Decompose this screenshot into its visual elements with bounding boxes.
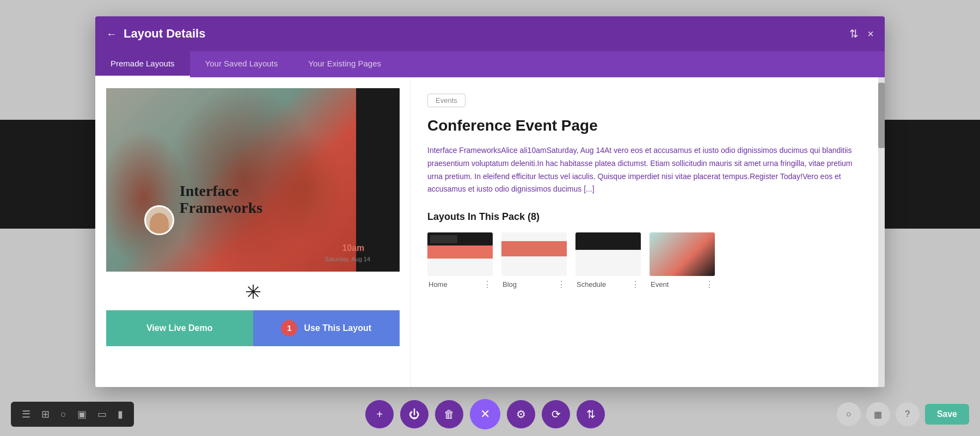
thumb-schedule-label: Schedule [577,280,606,288]
history-button[interactable]: ⟳ [542,400,570,428]
preview-avatar [144,205,174,235]
back-icon[interactable]: ← [106,28,117,40]
preview-image: Interface Frameworks 10am Saturday, Aug … [106,88,400,272]
settings-button[interactable]: ⚙ [507,400,535,428]
mobile-icon[interactable]: ▮ [114,407,126,421]
category-badge: Events [427,94,465,107]
sort-button[interactable]: ⇅ [577,400,605,428]
preview-time: 10am [342,243,364,253]
layout-thumb-schedule: Schedule ⋮ [575,232,641,290]
preview-bg: Interface Frameworks 10am Saturday, Aug … [106,88,400,272]
detail-description: Interface FrameworksAlice ali10amSaturda… [427,144,868,196]
desktop-icon[interactable]: ▣ [74,407,90,421]
thumb-home-img[interactable] [427,232,493,276]
layout-thumb-home: Home ⋮ [427,232,493,290]
thumb-blog-label-row: Blog ⋮ [501,279,567,290]
thumb-blog-label: Blog [503,280,517,288]
thumb-event-label-row: Event ⋮ [650,279,715,290]
thumb-schedule-label-row: Schedule ⋮ [575,279,641,290]
layout-thumb-blog: Blog ⋮ [501,232,567,290]
toolbar-right: ○ ▦ ? Save [837,402,969,426]
modal-header-actions: ⇅ × [849,27,874,40]
layouts-pack-title: Layouts In This Pack (8) [427,211,868,223]
toolbar-center: + ⏻ 🗑 ✕ ⚙ ⟳ ⇅ [365,399,605,429]
help-button[interactable]: ? [896,402,920,426]
use-this-layout-button[interactable]: 1 Use This Layout [253,310,400,346]
use-layout-label: Use This Layout [304,323,371,333]
power-button[interactable]: ⏻ [400,400,428,428]
tab-premade-layouts[interactable]: Premade Layouts [95,51,190,77]
thumb-blog-menu[interactable]: ⋮ [557,279,566,290]
preview-panel: Interface Frameworks 10am Saturday, Aug … [95,77,411,387]
thumb-home-label-row: Home ⋮ [427,279,493,290]
thumb-home-label: Home [428,280,448,288]
toolbar-left: ☰ ⊞ ○ ▣ ▭ ▮ [11,402,134,427]
details-panel: Events Conference Event Page Interface F… [411,77,885,387]
preview-date: Saturday, Aug 14 [325,256,371,262]
layout-thumbnails: Home ⋮ Blog ⋮ Schedule ⋮ [427,232,868,290]
tablet-icon[interactable]: ▭ [94,407,110,421]
tab-saved-layouts[interactable]: Your Saved Layouts [190,51,293,77]
trash-button[interactable]: 🗑 [435,400,463,428]
bottom-toolbar: ☰ ⊞ ○ ▣ ▭ ▮ + ⏻ 🗑 ✕ ⚙ ⟳ ⇅ ○ ▦ ? Save [0,392,980,436]
modal-title: Layout Details [124,27,849,41]
tab-existing-pages[interactable]: Your Existing Pages [293,51,396,77]
add-button[interactable]: + [365,400,394,428]
asterisk-symbol: ✳ [245,283,261,302]
search-action-button[interactable]: ○ [837,402,861,426]
layout-details-modal: ← Layout Details ⇅ × Premade Layouts You… [95,16,885,387]
thumb-event-label: Event [651,280,669,288]
thumb-event-menu[interactable]: ⋮ [705,279,714,290]
thumb-blog-img[interactable] [501,232,567,276]
preview-buttons: View Live Demo 1 Use This Layout [106,310,400,346]
modal-body: Interface Frameworks 10am Saturday, Aug … [95,77,885,387]
thumb-schedule-menu[interactable]: ⋮ [631,279,640,290]
view-live-demo-button[interactable]: View Live Demo [106,310,253,346]
thumb-event-img[interactable] [650,232,715,276]
modal-tabs: Premade Layouts Your Saved Layouts Your … [95,51,885,77]
modal-header: ← Layout Details ⇅ × [95,16,885,51]
layout-thumb-event: Event ⋮ [650,232,715,290]
scrollbar-thumb[interactable] [878,83,885,148]
layers-button[interactable]: ▦ [866,402,890,426]
close-icon[interactable]: × [867,28,874,40]
close-button[interactable]: ✕ [470,399,500,429]
scrollbar-track[interactable] [878,77,885,387]
detail-title: Conference Event Page [427,117,868,134]
preview-asterisk-area: ✳ [106,272,400,308]
thumb-schedule-img[interactable] [575,232,641,276]
bg-block-left [0,120,95,229]
hamburger-icon[interactable]: ☰ [19,407,34,421]
save-button[interactable]: Save [925,404,969,425]
preview-event-title: Interface Frameworks [180,183,262,217]
use-layout-badge: 1 [281,320,297,336]
grid-icon[interactable]: ⊞ [38,407,53,421]
search-icon[interactable]: ○ [57,408,70,421]
sort-icon[interactable]: ⇅ [849,27,859,40]
avatar-body [150,213,169,235]
thumb-home-menu[interactable]: ⋮ [483,279,492,290]
